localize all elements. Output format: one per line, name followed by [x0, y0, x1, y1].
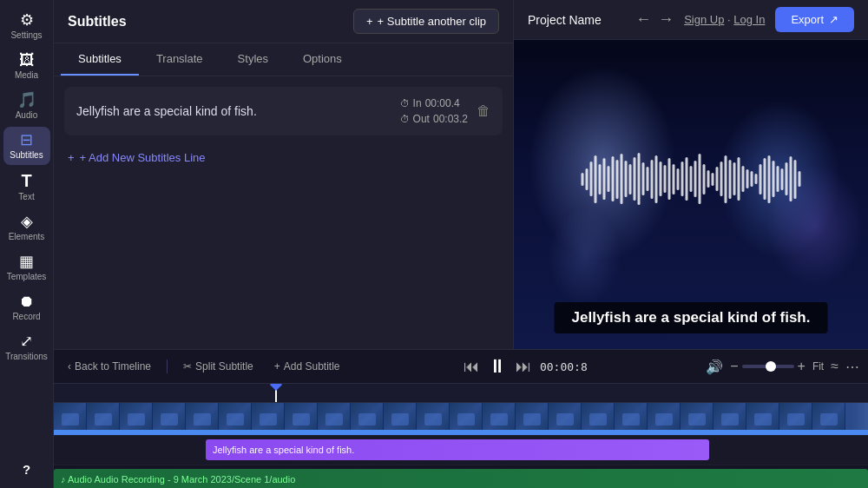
export-label: Export: [791, 13, 824, 26]
elements-icon: ◈: [21, 214, 33, 229]
waveform-bar: [760, 164, 762, 195]
project-header: Project Name ← → Sign Up · Log In Export…: [514, 0, 868, 40]
waveform-bar: [612, 156, 615, 201]
delete-subtitle-button[interactable]: 🗑: [477, 103, 490, 119]
waveform-bar: [703, 164, 706, 195]
divider-1: [167, 359, 168, 373]
waveform-bar: [625, 161, 628, 197]
waveform-bar: [603, 158, 606, 200]
waveform-bar: [712, 173, 714, 186]
waveform-bar: [699, 154, 701, 204]
sidebar-item-media[interactable]: 🖼 Media: [3, 47, 50, 85]
sidebar-label-subtitles: Subtitles: [10, 150, 43, 160]
sidebar-item-help[interactable]: ?: [3, 458, 50, 481]
settings-icon: ⚙: [20, 12, 34, 28]
main-panel: Subtitles + + Subtitle another clip Subt…: [54, 0, 868, 488]
clock-out-icon: ⏱: [400, 114, 410, 124]
add-icon: +: [274, 360, 280, 373]
sidebar-item-record[interactable]: ⏺ Record: [3, 288, 50, 326]
video-track-indicator: [54, 430, 868, 435]
waveform-bar: [660, 162, 662, 196]
playhead[interactable]: [275, 384, 277, 402]
in-time[interactable]: 00:00.4: [425, 97, 460, 109]
out-time[interactable]: 00:03.2: [433, 113, 468, 125]
video-background: Jellyfish are a special kind of fish.: [514, 40, 868, 349]
subtitles-panel-title: Subtitles: [68, 14, 127, 30]
log-in-link[interactable]: Log In: [733, 13, 765, 26]
sidebar-item-templates[interactable]: ▦ Templates: [3, 248, 50, 287]
waveform-bar: [725, 155, 727, 203]
waveform-bar: [690, 166, 693, 192]
split-subtitle-button[interactable]: ✂ Split Subtitle: [178, 358, 259, 375]
waveform-bar: [642, 162, 645, 195]
split-icon: ✂: [183, 360, 192, 373]
sidebar-item-subtitles[interactable]: ⊟ Subtitles: [3, 127, 50, 165]
waveform-bar: [582, 173, 584, 186]
waveform-bar: [664, 165, 667, 193]
audio-icon: 🎵: [17, 92, 36, 108]
add-subtitle-button[interactable]: + Add Subtitle: [269, 358, 345, 375]
subtitles-icon: ⊟: [20, 132, 33, 148]
media-icon: 🖼: [19, 52, 35, 68]
subtitle-another-clip-button[interactable]: + + Subtitle another clip: [353, 9, 499, 34]
more-options-button[interactable]: ⋯: [845, 359, 859, 375]
video-panel: Project Name ← → Sign Up · Log In Export…: [514, 0, 868, 349]
add-subtitle-line-button[interactable]: + + Add New Subtitles Line: [64, 144, 503, 171]
waveform-bar: [608, 166, 610, 192]
transitions-icon: ⤢: [20, 333, 33, 349]
tab-translate[interactable]: Translate: [139, 43, 220, 76]
playhead-diamond: [270, 384, 282, 391]
zoom-slider[interactable]: [742, 365, 794, 368]
waveform-bar: [590, 162, 593, 196]
skip-forward-button[interactable]: ⏭: [516, 358, 531, 376]
waveform-bar: [681, 162, 684, 196]
waveform-bar: [799, 171, 801, 187]
help-icon: ?: [23, 463, 30, 476]
sidebar-item-settings[interactable]: ⚙ Settings: [3, 7, 50, 45]
subtitle-track-bar[interactable]: Jellyfish are a special kind of fish.: [206, 439, 709, 460]
waveform-bar: [786, 162, 788, 195]
timeline-controls: ‹ Back to Timeline ✂ Split Subtitle + Ad…: [54, 350, 868, 384]
waveform-bar: [673, 164, 675, 195]
waveform-bar: [777, 166, 779, 192]
volume-button[interactable]: 🔊: [706, 359, 723, 375]
subtitles-header: Subtitles + + Subtitle another clip: [54, 0, 513, 43]
waveform-bar: [621, 154, 623, 204]
waveform-bar: [790, 156, 792, 201]
back-to-timeline-button[interactable]: ‹ Back to Timeline: [62, 358, 156, 375]
export-button[interactable]: Export ↗: [775, 7, 854, 32]
audio-track-text: ♪ Audio Audio Recording - 9 March 2023/S…: [61, 474, 295, 485]
subtitle-another-clip-label: + Subtitle another clip: [378, 15, 486, 28]
sidebar-item-transitions[interactable]: ⤢ Transitions: [3, 328, 50, 366]
waveform-bar: [595, 155, 597, 203]
timeline-tracks: Jellyfish are a special kind of fish. ♪ …: [54, 384, 868, 488]
add-subtitle-label: Add Subtitle: [284, 360, 340, 373]
redo-button[interactable]: →: [658, 10, 674, 29]
play-pause-button[interactable]: ⏸: [488, 355, 507, 378]
zoom-thumb: [766, 361, 776, 372]
audio-waveform: [582, 153, 801, 205]
sidebar-label-media: Media: [15, 70, 38, 80]
waveform-bar: [729, 160, 732, 199]
sidebar-item-elements[interactable]: ◈ Elements: [3, 208, 50, 247]
waveform-bar: [733, 162, 736, 195]
zoom-in-button[interactable]: +: [798, 359, 806, 374]
undo-button[interactable]: ←: [635, 10, 651, 29]
waveform-bar: [738, 157, 740, 201]
tab-styles[interactable]: Styles: [220, 43, 286, 76]
waveform-button[interactable]: ≈: [831, 359, 838, 374]
subtitle-text-1[interactable]: Jellyfish are a special kind of fish.: [76, 104, 391, 118]
project-name[interactable]: Project Name: [528, 13, 602, 27]
audio-track-bar[interactable]: ♪ Audio Audio Recording - 9 March 2023/S…: [54, 469, 868, 488]
subtitles-body: Jellyfish are a special kind of fish. ⏱ …: [54, 76, 513, 349]
subtitle-overlay: Jellyfish are a special kind of fish.: [555, 302, 828, 333]
sidebar-item-audio[interactable]: 🎵 Audio: [3, 87, 50, 125]
tab-options[interactable]: Options: [286, 43, 359, 76]
sign-up-link[interactable]: Sign Up: [684, 13, 724, 26]
skip-back-button[interactable]: ⏮: [464, 358, 479, 376]
sidebar-label-record: Record: [12, 312, 40, 321]
zoom-out-button[interactable]: −: [730, 359, 738, 374]
fit-button[interactable]: Fit: [812, 360, 824, 373]
sidebar-item-text[interactable]: T Text: [3, 167, 50, 207]
tab-subtitles[interactable]: Subtitles: [61, 43, 139, 76]
